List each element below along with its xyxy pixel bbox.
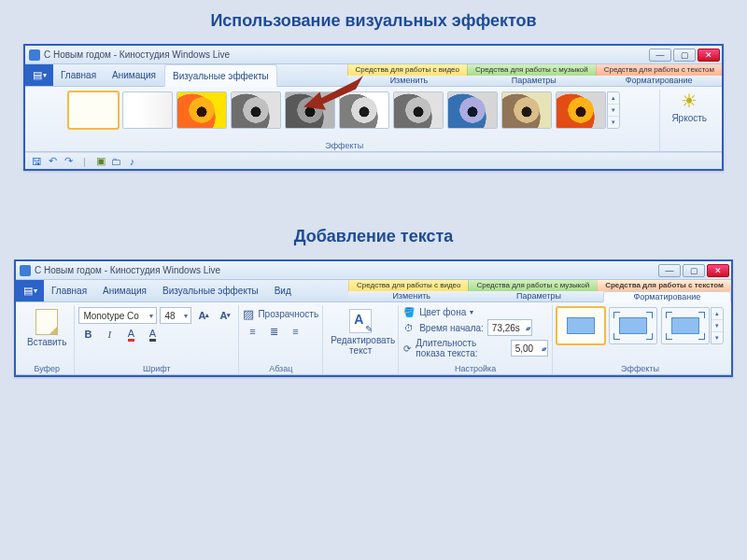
start-time-input[interactable]: 73,26s [487, 319, 532, 336]
transparency-label: Прозрачность [258, 309, 318, 319]
edit-text-icon: A ✎ [349, 309, 372, 333]
group-label-buffer: Буфер [20, 364, 74, 373]
brightness-icon: ☀ [681, 91, 698, 110]
effect-thumb-bw-2[interactable] [285, 91, 335, 129]
qat-note-icon[interactable]: ♪ [126, 155, 138, 167]
edit-text-button[interactable]: A ✎ Редактировать текст [327, 307, 394, 357]
duration-label: Длительность показа текста: [416, 338, 506, 358]
font-size-combo[interactable]: 48 [160, 307, 191, 324]
contextual-header-music: Средства для работы с музыкой [467, 64, 596, 76]
text-effect-thumb-3[interactable] [661, 307, 710, 344]
transparency-button[interactable]: ▨ Прозрачность [243, 307, 318, 321]
ribbon-tabs: ▤ Главная Анимация Визуальные эффекты Ср… [25, 64, 722, 87]
tab-home[interactable]: Главная [44, 280, 95, 301]
start-time-label: Время начала: [419, 323, 484, 333]
qat-separator: | [78, 155, 91, 167]
font-name-combo[interactable]: Monotype Co [78, 307, 157, 324]
text-effect-thumb-2[interactable] [609, 307, 657, 344]
clock-icon: ⏱ [402, 323, 416, 333]
ribbon-body: Вставить Буфер Monotype Co 48 A▴ A▾ B I … [16, 302, 731, 375]
heading-add-text: Добавление текста [0, 227, 747, 246]
qat-folder-icon[interactable]: 🗀 [110, 155, 122, 167]
maximize-button[interactable]: ▢ [683, 264, 705, 277]
group-label-font: Шрифт [75, 364, 238, 373]
app-icon [29, 49, 40, 61]
effect-thumb-bw-1[interactable] [231, 91, 281, 129]
paste-label: Вставить [27, 337, 66, 347]
align-right-button[interactable]: ≡ [286, 323, 304, 340]
shrink-font-button[interactable]: A▾ [216, 307, 234, 324]
tab-music-params[interactable]: Параметры [472, 76, 597, 87]
effect-thumb-bw-3[interactable] [339, 91, 389, 129]
text-effect-thumb-1[interactable] [557, 307, 605, 344]
group-label-paragraph: Абзац [239, 364, 322, 373]
tab-animation[interactable]: Анимация [95, 280, 155, 301]
tab-text-format[interactable]: Форматирование [597, 76, 722, 87]
bg-color-label: Цвет фона [419, 307, 466, 317]
file-menu-button[interactable]: ▤ [25, 64, 53, 86]
effect-thumb-none[interactable] [68, 91, 119, 129]
italic-button[interactable]: I [100, 326, 119, 343]
panel-text-format: С Новым годом - Киностудия Windows Live … [14, 259, 733, 377]
contextual-header-video: Средства для работы с видео [348, 280, 468, 291]
tab-view[interactable]: Вид [267, 280, 300, 301]
outline-color-button[interactable]: A [143, 326, 162, 343]
heading-visual-effects: Использование визуальных эффектов [0, 11, 747, 31]
app-icon [20, 265, 31, 276]
brightness-button[interactable]: ☀ Яркость [664, 91, 714, 123]
window-title: С Новым годом - Киностудия Windows Live [35, 265, 220, 275]
titlebar: С Новым годом - Киностудия Windows Live … [25, 46, 722, 64]
contextual-header-text: Средства для работы с текстом [597, 280, 731, 291]
paint-icon: 🪣 [402, 307, 416, 317]
ribbon-body: ▴▾▾ Эффекты ☀ Яркость [25, 87, 722, 152]
effect-thumb-bw-4[interactable] [393, 91, 444, 129]
ribbon-tabs: ▤ Главная Анимация Визуальные эффекты Ви… [16, 280, 731, 302]
contextual-header-text: Средства для работы с текстом [596, 64, 722, 76]
group-label-effects: Эффекты [29, 141, 659, 150]
bg-color-button[interactable]: 🪣 Цвет фона ▾ [402, 307, 473, 317]
align-left-button[interactable]: ≡ [243, 323, 261, 340]
paste-button[interactable]: Вставить [23, 307, 70, 349]
qat-redo-icon[interactable]: ↷ [63, 155, 75, 167]
window-title: С Новым годом - Киностудия Windows Live [44, 49, 230, 60]
grow-font-button[interactable]: A▴ [194, 307, 213, 324]
tab-video-edit[interactable]: Изменить [347, 76, 472, 87]
panel-visual-effects: С Новым годом - Киностудия Windows Live … [23, 44, 724, 171]
quick-access-toolbar: 🖫 ↶ ↷ | ▣ 🗀 ♪ [25, 152, 722, 169]
text-effects-gallery-more[interactable]: ▴▾▾ [711, 307, 724, 344]
align-center-button[interactable]: ≣ [264, 323, 283, 340]
contextual-header-video: Средства для работы с видео [347, 64, 467, 76]
group-label-settings: Настройка [399, 364, 552, 373]
edit-text-label: Редактировать текст [331, 335, 390, 356]
minimize-button[interactable]: — [649, 49, 671, 62]
close-button[interactable]: ✕ [707, 264, 729, 277]
group-label-text-effects: Эффекты [553, 364, 727, 373]
effects-gallery-more[interactable]: ▴▾▾ [607, 91, 620, 129]
tab-animation[interactable]: Анимация [105, 64, 164, 86]
duration-icon: ⟳ [402, 343, 412, 354]
effect-thumb-original[interactable] [176, 91, 227, 129]
brightness-label: Яркость [671, 113, 707, 123]
bold-button[interactable]: B [78, 326, 97, 343]
effect-thumb-sepia[interactable] [501, 91, 552, 129]
effect-thumb-fade-white[interactable] [122, 91, 173, 129]
duration-input[interactable]: 5,00 [511, 340, 548, 357]
tab-home[interactable]: Главная [53, 64, 105, 86]
maximize-button[interactable]: ▢ [673, 49, 696, 62]
close-button[interactable]: ✕ [698, 49, 720, 62]
qat-undo-icon[interactable]: ↶ [47, 155, 59, 167]
tab-visual-effects[interactable]: Визуальные эффекты [164, 64, 277, 87]
file-menu-button[interactable]: ▤ [16, 280, 44, 301]
tab-music-params[interactable]: Параметры [475, 291, 602, 302]
qat-save-icon[interactable]: 🖫 [31, 155, 43, 167]
tab-text-format[interactable]: Форматирование [603, 291, 731, 303]
contextual-header-music: Средства для работы с музыкой [468, 280, 597, 291]
transparency-icon: ▨ [243, 307, 254, 321]
tab-visual-effects[interactable]: Визуальные эффекты [155, 280, 267, 301]
effect-thumb-blue-tone[interactable] [447, 91, 498, 129]
qat-picture-icon[interactable]: ▣ [94, 155, 106, 167]
minimize-button[interactable]: — [658, 264, 681, 277]
tab-video-edit[interactable]: Изменить [348, 291, 475, 302]
font-color-button[interactable]: A [121, 326, 140, 343]
effect-thumb-warm[interactable] [556, 91, 606, 129]
